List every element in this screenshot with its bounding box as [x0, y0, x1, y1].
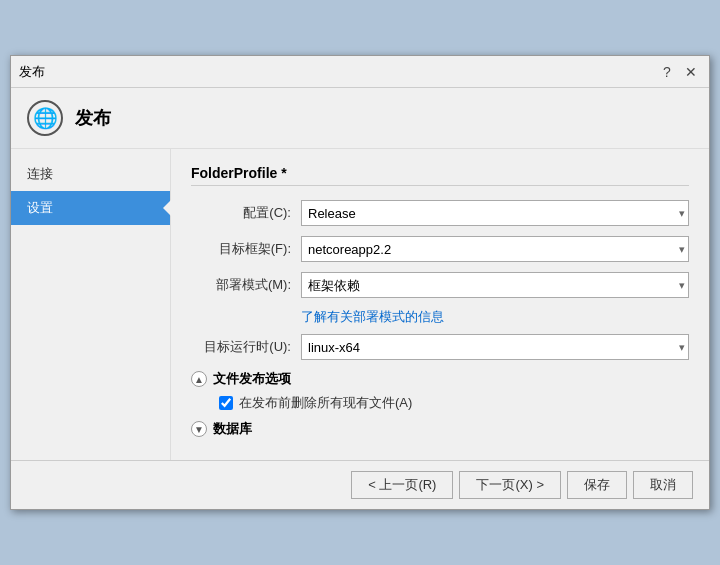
runtime-select-wrapper: linux-x64 win-x64 osx-x64	[301, 334, 689, 360]
delete-files-label: 在发布前删除所有现有文件(A)	[239, 394, 412, 412]
section-title: FolderProfile *	[191, 165, 689, 186]
framework-select[interactable]: netcoreapp2.2 netcoreapp2.1 netcoreapp3.…	[301, 236, 689, 262]
globe-icon: 🌐	[27, 100, 63, 136]
framework-row: 目标框架(F): netcoreapp2.2 netcoreapp2.1 net…	[191, 236, 689, 262]
sidebar-item-connect[interactable]: 连接	[11, 157, 170, 191]
sidebar: 连接 设置	[11, 149, 171, 460]
dialog-title: 发布	[75, 106, 111, 130]
cancel-button[interactable]: 取消	[633, 471, 693, 499]
runtime-row: 目标运行时(U): linux-x64 win-x64 osx-x64	[191, 334, 689, 360]
runtime-select[interactable]: linux-x64 win-x64 osx-x64	[301, 334, 689, 360]
help-button[interactable]: ?	[657, 62, 677, 82]
save-button[interactable]: 保存	[567, 471, 627, 499]
config-select-wrapper: Release Debug	[301, 200, 689, 226]
framework-label: 目标框架(F):	[191, 240, 301, 258]
prev-button[interactable]: < 上一页(R)	[351, 471, 453, 499]
delete-files-checkbox[interactable]	[219, 396, 233, 410]
main-content: FolderProfile * 配置(C): Release Debug 目标框…	[171, 149, 709, 460]
title-bar: 发布 ? ✕	[11, 56, 709, 88]
title-bar-controls: ? ✕	[657, 62, 701, 82]
dialog-header: 🌐 发布	[11, 88, 709, 149]
file-publish-label: 文件发布选项	[213, 370, 291, 388]
config-label: 配置(C):	[191, 204, 301, 222]
deploy-mode-select[interactable]: 框架依赖 独立	[301, 272, 689, 298]
deploy-mode-label: 部署模式(M):	[191, 276, 301, 294]
dialog-footer: < 上一页(R) 下一页(X) > 保存 取消	[11, 460, 709, 509]
runtime-label: 目标运行时(U):	[191, 338, 301, 356]
config-row: 配置(C): Release Debug	[191, 200, 689, 226]
deploy-mode-select-wrapper: 框架依赖 独立	[301, 272, 689, 298]
delete-files-row: 在发布前删除所有现有文件(A)	[191, 394, 689, 412]
config-select[interactable]: Release Debug	[301, 200, 689, 226]
deploy-link-row: 了解有关部署模式的信息	[191, 308, 689, 326]
deploy-info-link[interactable]: 了解有关部署模式的信息	[301, 309, 444, 324]
file-publish-section-toggle[interactable]: ▲ 文件发布选项	[191, 370, 689, 388]
database-label: 数据库	[213, 420, 252, 438]
file-publish-expand-icon: ▲	[191, 371, 207, 387]
publish-dialog: 发布 ? ✕ 🌐 发布 连接 设置 FolderProfile * 配置(C):	[10, 55, 710, 510]
next-button[interactable]: 下一页(X) >	[459, 471, 561, 499]
database-expand-icon: ▼	[191, 421, 207, 437]
database-section-toggle[interactable]: ▼ 数据库	[191, 420, 689, 438]
dialog-body: 连接 设置 FolderProfile * 配置(C): Release Deb…	[11, 149, 709, 460]
close-button[interactable]: ✕	[681, 62, 701, 82]
sidebar-item-settings[interactable]: 设置	[11, 191, 170, 225]
title-bar-text: 发布	[19, 63, 657, 81]
deploy-mode-row: 部署模式(M): 框架依赖 独立	[191, 272, 689, 298]
framework-select-wrapper: netcoreapp2.2 netcoreapp2.1 netcoreapp3.…	[301, 236, 689, 262]
